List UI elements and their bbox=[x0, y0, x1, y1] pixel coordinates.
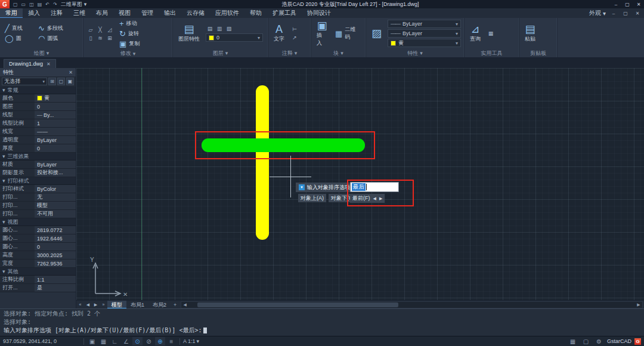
prop-value[interactable]: 不可用 bbox=[35, 210, 76, 218]
workspace-switcher[interactable]: 二维草图 ▾ bbox=[61, 1, 87, 8]
section-plot-style[interactable]: ▾ 打印样式 bbox=[0, 177, 76, 185]
tab-ext-tools[interactable]: 扩展工具 bbox=[267, 8, 302, 18]
dynamic-input-toggle-icon[interactable]: ⊕ bbox=[155, 337, 165, 345]
layer-dropdown[interactable]: 0 ▾ bbox=[206, 33, 263, 42]
tab-view[interactable]: 视图 bbox=[113, 8, 136, 18]
prop-value[interactable]: ByLayer bbox=[35, 160, 76, 168]
layout-tab-layout2[interactable]: 布局2 bbox=[148, 301, 171, 309]
tab-apps[interactable]: 应用软件 bbox=[210, 8, 244, 18]
copy-tool[interactable]: ▣ 复制 bbox=[117, 39, 141, 48]
insert-block-tool[interactable]: ▣ 插入 bbox=[314, 20, 330, 48]
calculator-icon[interactable]: ▦ bbox=[487, 30, 495, 37]
prop-value[interactable]: 是 bbox=[35, 284, 76, 292]
prop-value[interactable]: 1 bbox=[35, 119, 76, 127]
otrack-toggle-icon[interactable]: ⊘ bbox=[144, 337, 154, 345]
redo-icon[interactable]: ↷ bbox=[53, 2, 57, 7]
trim-icon[interactable]: ╳ bbox=[96, 26, 104, 33]
line-tool[interactable]: ╱ 直线 bbox=[3, 24, 32, 33]
layout-tab-layout1[interactable]: 布局1 bbox=[126, 301, 148, 309]
array-icon[interactable]: ⊞ bbox=[106, 35, 114, 42]
arc-tool[interactable]: ◠ 圆弧 bbox=[36, 34, 65, 43]
close-button[interactable]: ✕ bbox=[633, 1, 644, 8]
save-icon[interactable]: ◫ bbox=[29, 2, 34, 7]
scrollbar-thumb[interactable] bbox=[197, 302, 398, 307]
panel-label-modify[interactable]: 修改 ▾ bbox=[83, 50, 172, 57]
osnap-toggle-icon[interactable]: ⊙ bbox=[132, 337, 143, 345]
move-tool[interactable]: + 移动 bbox=[117, 19, 141, 28]
layer-properties-tool[interactable]: ▤ 图层特性 bbox=[176, 23, 202, 44]
maximize-button[interactable]: ▢ bbox=[622, 1, 633, 8]
isolate-objects-icon[interactable]: ▦ bbox=[568, 337, 578, 345]
yellow-polyline[interactable] bbox=[256, 85, 269, 240]
polyline-tool[interactable]: ∿ 多段线 bbox=[36, 24, 65, 33]
tab-close-icon[interactable]: ✕ bbox=[47, 61, 51, 67]
prop-value[interactable]: 0 bbox=[35, 243, 76, 251]
palette-close-icon[interactable]: ✕ bbox=[69, 70, 73, 75]
prop-value[interactable]: 3000.2025 bbox=[35, 251, 76, 259]
prop-value[interactable]: 7262.9536 bbox=[35, 260, 76, 267]
panel-label-layer[interactable]: 图层 ▾ bbox=[173, 49, 268, 57]
prop-value[interactable]: ByColor bbox=[35, 185, 76, 193]
horizontal-scrollbar[interactable]: ◀ ▶ bbox=[181, 301, 643, 308]
tab-output[interactable]: 输出 bbox=[159, 8, 181, 18]
last-tab-icon[interactable]: » bbox=[100, 302, 107, 307]
panel-label-block[interactable]: 块 ▾ bbox=[311, 49, 366, 57]
mirror-icon[interactable]: ▯ bbox=[86, 35, 95, 42]
tab-layout[interactable]: 布局 bbox=[91, 8, 113, 18]
explode-icon[interactable]: ▱ bbox=[86, 26, 95, 33]
text-tool[interactable]: A 文字 bbox=[271, 23, 287, 44]
undo-icon[interactable]: ↶ bbox=[45, 2, 49, 7]
lineweight-dropdown[interactable]: —— ByLayer ▾ bbox=[388, 20, 461, 28]
object-color-dropdown[interactable]: 黄 ▾ bbox=[388, 39, 461, 47]
scroll-left-icon[interactable]: ◀ bbox=[181, 302, 188, 307]
layer-on-icon[interactable]: ▤ bbox=[206, 25, 214, 32]
tab-manage[interactable]: 管理 bbox=[136, 8, 159, 18]
tab-help[interactable]: 帮助 bbox=[244, 8, 267, 18]
command-prompt-line[interactable]: 输入对象排序选项 [对象上(A)/对象下(U)/最前(F)/最后(B)] <最后… bbox=[4, 326, 640, 335]
prev-tab-icon[interactable]: ◀ bbox=[84, 302, 92, 307]
section-3d-effects[interactable]: ▾ 三维效果 bbox=[0, 153, 76, 160]
section-view[interactable]: ▾ 视图 bbox=[0, 218, 76, 226]
doc-restore-button[interactable]: ▢ bbox=[621, 11, 630, 16]
paste-tool[interactable]: ▤ 粘贴 bbox=[522, 23, 538, 44]
ortho-toggle-icon[interactable]: ∟ bbox=[110, 337, 120, 345]
prop-value[interactable]: 无 bbox=[35, 193, 76, 201]
prop-value[interactable]: —— bbox=[35, 128, 76, 135]
tab-collab[interactable]: 协同设计 bbox=[302, 8, 336, 18]
first-tab-icon[interactable]: « bbox=[76, 302, 84, 307]
leader-icon[interactable]: ↗ bbox=[290, 34, 299, 41]
scrollbar-track[interactable] bbox=[188, 302, 635, 308]
tab-annotate[interactable]: 注释 bbox=[45, 8, 68, 18]
fillet-icon[interactable]: ◿ bbox=[106, 26, 114, 33]
tab-home[interactable]: 常用 bbox=[0, 8, 23, 18]
command-line-panel[interactable]: 选择对象: 指定对角点: 找到 2 个 选择对象: 输入对象排序选项 [对象上(… bbox=[0, 308, 644, 336]
linetype-dropdown[interactable]: —— ByLayer ▾ bbox=[388, 29, 461, 38]
settings-gear-icon[interactable]: ⚙ bbox=[594, 337, 604, 345]
drawing-canvas[interactable]: ▾ 输入对象排序选项 最后 对象上(A) 对象下(U) 最前(F) ◀ ▶ bbox=[76, 68, 644, 300]
scroll-right-icon[interactable]: ▶ bbox=[635, 302, 642, 307]
section-misc[interactable]: ▾ 其他 bbox=[0, 268, 76, 276]
circle-tool[interactable]: ◯ 圆 bbox=[3, 34, 32, 43]
document-tab[interactable]: Drawing1.dwg ✕ bbox=[4, 59, 56, 68]
doc-minimize-button[interactable]: – bbox=[609, 11, 618, 16]
annotation-scale-control[interactable]: A 1:1 ▾ bbox=[183, 338, 199, 344]
section-general[interactable]: ▾ 常规 bbox=[0, 86, 76, 94]
option-above-object[interactable]: 对象上(A) bbox=[298, 194, 326, 202]
polar-toggle-icon[interactable]: ∠ bbox=[121, 337, 131, 345]
prop-value[interactable]: 2819.0772 bbox=[35, 226, 76, 234]
prop-value[interactable]: 黄 bbox=[35, 94, 76, 102]
panel-label-annotate[interactable]: 注释 ▾ bbox=[268, 49, 311, 57]
tab-3d[interactable]: 三维 bbox=[68, 8, 91, 18]
add-layout-button[interactable]: + bbox=[171, 301, 179, 309]
prop-value[interactable]: 0 bbox=[35, 144, 76, 152]
layer-lock-icon[interactable]: ▧ bbox=[225, 25, 233, 32]
select-objects-icon[interactable]: ▢ bbox=[57, 78, 65, 85]
open-file-icon[interactable]: ▭ bbox=[21, 2, 26, 7]
quick-select-icon[interactable]: ▣ bbox=[66, 78, 74, 85]
doc-close-button[interactable]: ✕ bbox=[633, 11, 642, 16]
prop-value[interactable]: 模型 bbox=[35, 202, 76, 209]
fullscreen-icon[interactable]: ▢ bbox=[581, 337, 591, 345]
prop-value[interactable]: 1:1 bbox=[35, 276, 76, 283]
prop-value[interactable]: 1922.6446 bbox=[35, 234, 76, 242]
measure-tool[interactable]: ⊿ 查询 bbox=[467, 23, 483, 44]
